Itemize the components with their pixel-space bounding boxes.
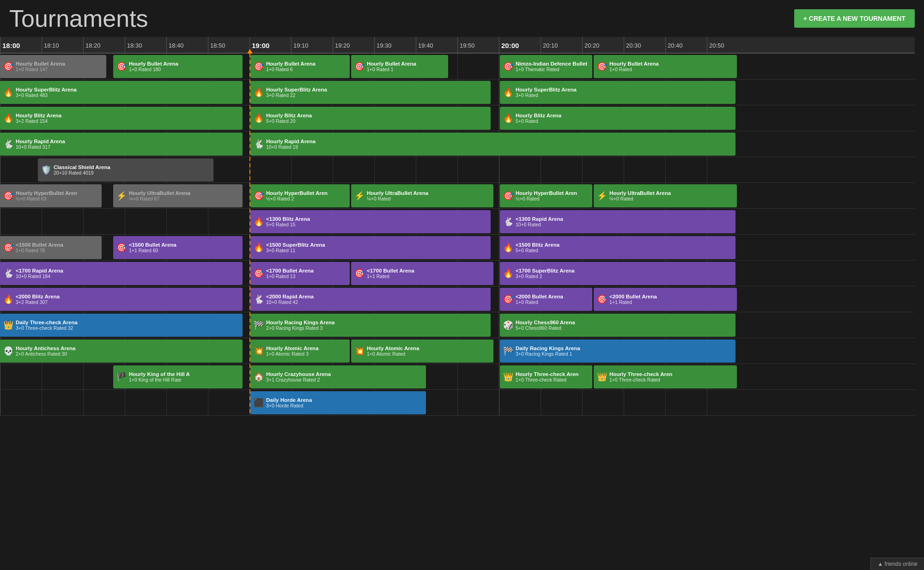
tournament-card[interactable]: 🏁Hourly Racing Kings Arena2+0 Racing Kin… <box>250 314 491 337</box>
card-subtitle: 1+0 Atomic Rated 3 <box>266 351 319 357</box>
time-tick-1820: 18:20 <box>83 37 101 54</box>
tournament-card[interactable]: 🏠Hourly Crazyhouse Arena3+1 Crazyhouse R… <box>250 365 426 388</box>
tournament-card[interactable]: 💥Hourly Atomic Arena1+0 Atomic Rated 3 <box>250 340 350 363</box>
tournament-card[interactable]: 🎯Hourly Bullet Arena1+0 Rated 147 <box>0 55 106 78</box>
tournament-card[interactable]: 🐇<2000 Rapid Arena10+0 Rated 42 <box>250 288 491 311</box>
tournament-card[interactable]: 🔥Hourly Blitz Arena5+0 Rated <box>500 107 736 130</box>
fire-icon: 🔥 <box>254 243 264 253</box>
tournament-card[interactable]: 🔥<1300 Blitz Arena5+0 Rated 15 <box>250 210 491 233</box>
card-subtitle: 1+0 Rated <box>516 299 563 305</box>
time-tick-2010: 20:10 <box>541 37 558 54</box>
kinghill-icon: 🏴 <box>116 372 127 382</box>
tournament-card[interactable]: 💥Hourly Atomic Arena1+0 Atomic Rated <box>351 340 493 363</box>
tournament-card[interactable]: 🏁Daily Racing Kings Arena3+0 Racing King… <box>500 340 736 363</box>
time-tick-2040: 20:40 <box>665 37 683 54</box>
create-tournament-button[interactable]: + CREATE A NEW TOURNAMENT <box>794 9 915 28</box>
tournament-card[interactable]: 🎯Hourly HyperBullet Aren½+0 Rated 2 <box>250 184 350 207</box>
tournament-card[interactable]: 👑Daily Three-check Arena3+0 Three-check … <box>0 314 243 337</box>
threecheck-icon: 👑 <box>597 372 607 382</box>
fire-icon: 🔥 <box>503 243 513 253</box>
tournament-card[interactable]: 🎯Hourly Bullet Arena1+0 Rated <box>594 55 737 78</box>
card-subtitle: 2+0 Antichess Rated 30 <box>16 351 76 357</box>
tournament-card[interactable]: 🎲Hourly Chess960 Arena5+0 Chess960 Rated <box>500 314 736 337</box>
tournament-card[interactable]: 🎯Hourly HyperBullet Aren½+0 Rated 63 <box>0 184 102 207</box>
tournament-card[interactable]: 🎯<1500 Bullet Arena1+0 Rated 78 <box>0 236 102 259</box>
tournament-card[interactable]: 🔥<1700 SuperBlitz Arena3+0 Rated 2 <box>500 262 736 285</box>
card-title: <1700 SuperBlitz Arena <box>516 268 575 273</box>
tournament-card[interactable]: ⚡Hourly UltraBullet Arena¼+0 Rated 67 <box>113 184 243 207</box>
card-subtitle: 10+0 Rated <box>516 222 563 227</box>
card-title: <1700 Rapid Arena <box>16 268 63 273</box>
tournament-card[interactable]: 🎯<1700 Bullet Arena1+0 Rated 13 <box>250 262 350 285</box>
tournament-card[interactable]: 👑Hourly Three-check Aren1+0 Three-check … <box>500 365 592 388</box>
ultra-icon: ⚡ <box>116 191 127 201</box>
fire-icon: 🔥 <box>254 87 264 97</box>
tournament-card[interactable]: 🎯Hourly HyperBullet Aren½+0 Rated <box>500 184 592 207</box>
time-tick-1800: 18:00 <box>0 37 20 54</box>
tournament-card[interactable]: 🔥<1500 Blitz Arena5+0 Rated <box>500 236 736 259</box>
tournament-card[interactable]: 🎯<1700 Bullet Arena1+1 Rated <box>351 262 493 285</box>
tournament-card[interactable]: 🔥Hourly Blitz Arena3+2 Rated 154 <box>0 107 243 130</box>
card-subtitle: ½+0 Rated 2 <box>266 196 328 201</box>
fire-icon: 🔥 <box>503 268 513 279</box>
shield-icon: 🛡️ <box>41 165 51 175</box>
card-title: <2000 Bullet Arena <box>516 294 563 299</box>
fire-icon: 🔥 <box>3 294 13 304</box>
card-title: <2000 Bullet Arena <box>609 294 657 299</box>
card-title: <2000 Rapid Arena <box>266 294 314 299</box>
tournament-card[interactable]: 🎯Hourly Bullet Arena1+0 Rated 1 <box>351 55 448 78</box>
tournament-card[interactable]: 🎯Hourly Bullet Arena1+0 Rated 6 <box>250 55 350 78</box>
tournament-card[interactable]: 💀Hourly Antichess Arena2+0 Antichess Rat… <box>0 340 243 363</box>
row-kingofhill: 🏴Hourly King of the Hill A1+0 King of th… <box>0 364 915 390</box>
card-subtitle: 3+0 Racing Kings Rated 1 <box>516 351 580 357</box>
time-tick-2000: 20:00 <box>499 37 519 54</box>
bullet-icon: 🎯 <box>3 61 13 72</box>
tournament-card[interactable]: 🔥Hourly SuperBlitz Arena3+0 Rated <box>500 81 736 104</box>
tournament-card[interactable]: ⬛Daily Horde Arena3+0 Horde Rated <box>250 391 426 414</box>
card-subtitle: 1+0 Three-check Rated <box>609 377 672 382</box>
tournament-card[interactable]: 🐇<1300 Rapid Arena10+0 Rated <box>500 210 736 233</box>
chess960-icon: 🎲 <box>503 320 513 330</box>
card-subtitle: 1+1 Rated <box>367 273 414 279</box>
card-subtitle: ¼+0 Rated <box>367 196 428 201</box>
card-subtitle: 1+0 King of the Hill Rate <box>129 377 190 382</box>
threecheck-icon: 👑 <box>503 372 513 382</box>
fire-icon: 🔥 <box>3 113 13 123</box>
tournament-card[interactable]: 🎯<2000 Bullet Arena1+1 Rated <box>594 288 737 311</box>
card-title: Hourly Bullet Arena <box>129 61 178 67</box>
card-title: Hourly Crazyhouse Arena <box>266 371 331 377</box>
card-title: Hourly Blitz Arena <box>266 113 312 118</box>
rows-container: 🎯Hourly Bullet Arena1+0 Rated 147🎯Hourly… <box>0 54 915 416</box>
atomic-icon: 💥 <box>254 346 264 356</box>
tournament-card[interactable]: ⚡Hourly UltraBullet Arena¼+0 Rated <box>594 184 737 207</box>
tournament-card[interactable]: 🎯<1500 Bullet Arena1+1 Rated 60 <box>113 236 243 259</box>
time-tick-1810: 18:10 <box>42 37 59 54</box>
racingkings-icon: 🏁 <box>254 320 264 330</box>
tournament-card[interactable]: ⚡Hourly UltraBullet Arena¼+0 Rated <box>351 184 493 207</box>
tournament-card[interactable]: 🔥<1500 SuperBlitz Arena3+0 Rated 11 <box>250 236 491 259</box>
bullet-icon: 🎯 <box>3 243 13 253</box>
tournament-card[interactable]: 🔥Hourly SuperBlitz Arena3+0 Rated 22 <box>250 81 491 104</box>
card-title: <1700 Bullet Arena <box>367 268 414 273</box>
tournament-card[interactable]: 🐇Hourly Rapid Arena10+0 Rated 317 <box>0 133 243 156</box>
card-subtitle: 1+0 Rated 1 <box>367 67 416 72</box>
tournament-card[interactable]: 🔥Hourly SuperBlitz Arena3+0 Rated 483 <box>0 81 243 104</box>
time-tick-1930: 19:30 <box>374 37 392 54</box>
tournament-card[interactable]: 🏴Hourly King of the Hill A1+0 King of th… <box>113 365 243 388</box>
tournament-card[interactable]: 🎯<2000 Bullet Arena1+0 Rated <box>500 288 592 311</box>
tournament-card[interactable]: 🎯Nimzo-Indian Defence Bullet1+0 Thematic… <box>500 55 592 78</box>
card-subtitle: 1+0 Rated 78 <box>16 248 63 253</box>
card-title: Hourly UltraBullet Arena <box>609 190 671 196</box>
tournament-card[interactable]: 🔥Hourly Blitz Arena5+0 Rated 20 <box>250 107 491 130</box>
card-title: <1700 Bullet Arena <box>266 268 314 273</box>
page-title: Tournaments <box>9 5 148 32</box>
card-title: Hourly SuperBlitz Arena <box>266 87 327 92</box>
tournament-card[interactable]: 🐇<1700 Rapid Arena10+0 Rated 184 <box>0 262 243 285</box>
horde-icon: ⬛ <box>254 398 264 408</box>
tournament-card[interactable]: 🎯Hourly Bullet Arena1+0 Rated 180 <box>113 55 243 78</box>
tournament-card[interactable]: 👑Hourly Three-check Aren1+0 Three-check … <box>594 365 737 388</box>
tournament-card[interactable]: 🛡️Classical Shield Arena20+10 Rated 4019 <box>38 158 213 182</box>
tournament-card[interactable]: 🐇Hourly Rapid Arena10+0 Rated 19 <box>250 133 736 156</box>
row-hyperbullet: 🎯Hourly HyperBullet Aren½+0 Rated 63⚡Hou… <box>0 183 915 209</box>
tournament-card[interactable]: 🔥<2000 Blitz Arena3+2 Rated 307 <box>0 288 243 311</box>
